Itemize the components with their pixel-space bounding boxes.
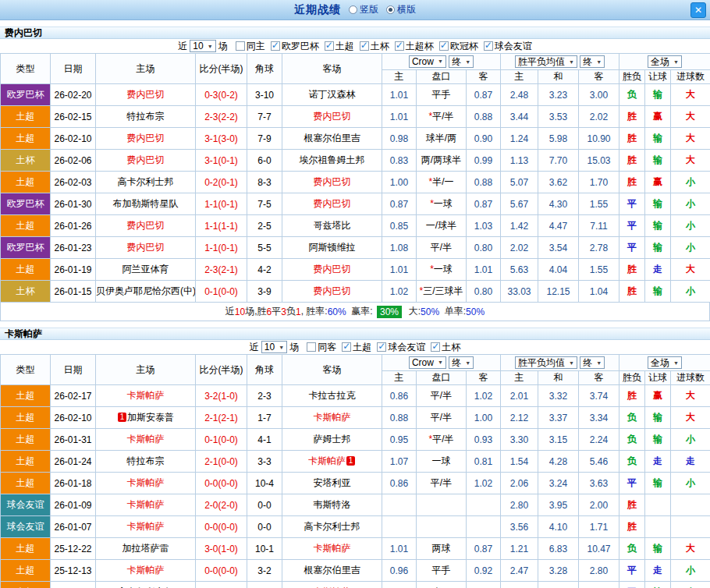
checkbox-icon[interactable] xyxy=(377,342,386,352)
odds-home: 0.95 xyxy=(382,429,417,451)
sub-header-主: 主 xyxy=(501,371,538,385)
col-header-类型: 类型 xyxy=(1,54,51,84)
avg-draw: 4.04 xyxy=(538,259,579,281)
team-name-text: 费内巴切 xyxy=(127,133,165,143)
dropdown-Crow[interactable]: Crow▼ xyxy=(409,356,446,369)
dropdown-胜平负均值[interactable]: 胜平负均值▼ xyxy=(515,55,577,68)
filter-checkbox-同客[interactable]: 同客 xyxy=(307,341,336,354)
away-team: 费内巴切 xyxy=(282,172,382,193)
dropdown-全场[interactable]: 全场▼ xyxy=(648,356,682,369)
odds-home: 1.01 xyxy=(382,538,417,560)
team-name-text: 萨姆士邦 xyxy=(314,434,351,445)
avg-home: 2.01 xyxy=(501,385,538,407)
filter-checkbox-土超[interactable]: 土超 xyxy=(325,40,354,53)
checkbox-icon[interactable] xyxy=(236,41,245,51)
avg-draw: 4.47 xyxy=(538,215,579,237)
checkbox-label: 土超 xyxy=(353,341,371,354)
corners: 3-10 xyxy=(247,84,282,106)
filter-checkbox-土杯[interactable]: 土杯 xyxy=(431,341,460,354)
handicap: *一球 xyxy=(417,259,467,281)
checkbox-icon[interactable] xyxy=(484,41,493,51)
filter-checkbox-欧罗巴杯[interactable]: 欧罗巴杯 xyxy=(271,40,319,53)
sub-header-和: 和 xyxy=(538,70,579,84)
table-body: 欧罗巴杯 26-02-20 费内巴切 0-3(0-2) 3-10 诺丁汉森林 1… xyxy=(1,84,710,303)
radio-icon[interactable] xyxy=(386,5,395,14)
away-team: 费内巴切 xyxy=(282,106,382,128)
result-handicap: 输 xyxy=(645,429,671,451)
odds-away: 1.00 xyxy=(467,407,501,429)
filter-checkbox-同主[interactable]: 同主 xyxy=(236,40,265,53)
team-name-text: 韦斯特洛 xyxy=(314,499,351,510)
team-name-text: 阿兰亚体育 xyxy=(122,264,169,275)
radio-icon[interactable] xyxy=(349,5,357,14)
filter-checkbox-球会友谊[interactable]: 球会友谊 xyxy=(484,40,532,53)
filter-checkbox-欧冠杯[interactable]: 欧冠杯 xyxy=(439,40,478,53)
checkbox-icon[interactable] xyxy=(271,41,280,51)
match-count-select[interactable]: 10 ▼ xyxy=(190,40,215,52)
filter-checkbox-土超[interactable]: 土超 xyxy=(342,341,371,354)
result-winlose: 负 xyxy=(619,538,645,560)
result-handicap: 输 xyxy=(645,538,671,560)
close-button[interactable]: ✕ xyxy=(690,2,706,18)
dropdown-终[interactable]: 终▼ xyxy=(580,55,605,68)
match-count-select[interactable]: 10 ▼ xyxy=(261,341,287,353)
odds-home: 0.83 xyxy=(382,150,417,172)
sub-header-进球数: 进球数 xyxy=(671,70,710,84)
league-tag: 土超 xyxy=(1,407,51,429)
league-tag: 土超 xyxy=(1,451,51,473)
odds-home: 0.85 xyxy=(382,582,417,588)
avg-home: 3.56 xyxy=(501,516,538,538)
home-team: 卡斯帕萨 xyxy=(96,494,196,516)
match-date: 26-01-07 xyxy=(51,516,96,538)
layout-option-vertical[interactable]: 竖版 xyxy=(349,3,378,16)
checkbox-icon[interactable] xyxy=(431,342,440,352)
sub-header-和: 和 xyxy=(538,371,579,385)
score: 2-3(2-1) xyxy=(196,259,247,281)
dropdown-label: 终 xyxy=(452,356,461,370)
result-winlose: 胜 xyxy=(619,172,645,193)
team-name-text: 费内巴切 xyxy=(127,89,165,100)
fullmatch-group-header: 全场▼ xyxy=(619,355,710,371)
checkbox-label: 土超杯 xyxy=(406,40,434,53)
panel-title: 近期战绩 xyxy=(294,3,341,17)
away-team: 费内巴切 xyxy=(282,193,382,215)
summary-segment: 10 xyxy=(235,306,245,317)
chevron-down-icon: ▼ xyxy=(673,360,679,366)
checkbox-icon[interactable] xyxy=(325,41,334,51)
dropdown-终[interactable]: 终▼ xyxy=(449,55,474,68)
match-date: 26-02-15 xyxy=(51,106,96,128)
match-date: 26-01-31 xyxy=(51,429,96,451)
team-name-text: 安塔利亚 xyxy=(314,477,351,488)
match-date: 26-01-23 xyxy=(51,237,96,259)
avg-home: 2.06 xyxy=(501,473,538,494)
dropdown-全场[interactable]: 全场▼ xyxy=(648,55,682,68)
handicap: *一球 xyxy=(417,193,467,215)
filter-checkbox-土杯[interactable]: 土杯 xyxy=(360,40,389,53)
dropdown-终[interactable]: 终▼ xyxy=(449,356,474,369)
avg-draw: 3.62 xyxy=(538,172,579,193)
filter-checkbox-土超杯[interactable]: 土超杯 xyxy=(395,40,434,53)
match-row: 土超 26-02-10 1加斯安泰普 2-1(2-1) 1-7 卡斯帕萨 0.8… xyxy=(1,407,710,429)
checkbox-icon[interactable] xyxy=(342,342,351,352)
layout-option-horizontal[interactable]: 横版 xyxy=(386,3,416,16)
fullmatch-group-header: 全场▼ xyxy=(619,54,710,70)
match-date: 25-12-22 xyxy=(51,538,96,560)
team-name-text: 诺丁汉森林 xyxy=(309,89,356,100)
dropdown-Crow[interactable]: Crow▼ xyxy=(409,55,446,68)
checkbox-icon[interactable] xyxy=(307,342,316,352)
result-goals: 小 xyxy=(671,582,710,588)
match-row: 土超 26-01-18 卡斯帕萨 0-0(0-0) 10-4 安塔利亚 0.86… xyxy=(1,473,710,494)
checkbox-icon[interactable] xyxy=(395,41,404,51)
avg-home: 2.80 xyxy=(501,494,538,516)
avg-draw: 4.30 xyxy=(538,193,579,215)
checkbox-icon[interactable] xyxy=(439,41,449,51)
dropdown-终[interactable]: 终▼ xyxy=(580,356,605,369)
odds-away: 1.02 xyxy=(467,385,501,407)
dropdown-胜平负均值[interactable]: 胜平负均值▼ xyxy=(515,356,577,369)
checkbox-icon[interactable] xyxy=(360,41,369,51)
score: 2-3(2-2) xyxy=(196,106,247,128)
avg-away: 10.47 xyxy=(579,538,619,560)
team-name-text: 费内巴切 xyxy=(127,242,165,253)
odds-home: 1.02 xyxy=(382,281,417,303)
filter-checkbox-球会友谊[interactable]: 球会友谊 xyxy=(377,341,425,354)
